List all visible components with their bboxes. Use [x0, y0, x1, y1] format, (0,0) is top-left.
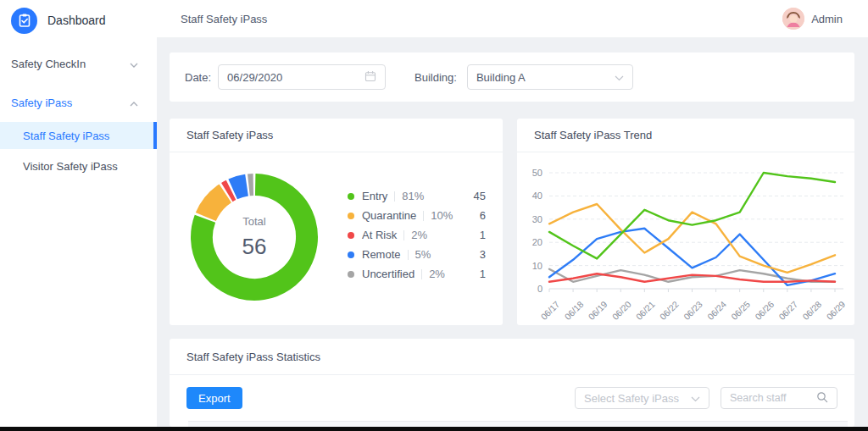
donut-center: Total 56 [170, 152, 339, 322]
legend-count: 45 [474, 190, 486, 202]
divider [408, 250, 409, 260]
topbar: Staff Safety iPass Admin [157, 0, 868, 38]
calendar-icon [364, 70, 376, 85]
date-input[interactable] [218, 64, 386, 90]
staff-safety-ipass-card: Staff Safety iPass Total 56 Entry 81% 45… [170, 119, 503, 325]
chevron-down-icon [615, 71, 624, 84]
x-axis-tick-label: 06/22 [658, 299, 681, 322]
building-label: Building: [415, 71, 457, 84]
card-title: Staff Safety iPass Trend [517, 119, 854, 152]
legend-dot [348, 251, 354, 258]
trend-line-entry [549, 173, 835, 258]
clipboard-check-logo-icon [11, 8, 37, 34]
x-axis-tick-label: 06/26 [753, 299, 776, 322]
card-title: Staff Safety iPass [170, 119, 503, 152]
safety-ipass-select[interactable]: Select Safety iPass [575, 387, 709, 409]
sidebar-item-safety-ipass[interactable]: Safety iPass [0, 86, 157, 119]
y-axis-tick-label: 50 [532, 168, 542, 178]
x-axis-tick-label: 06/24 [705, 299, 728, 322]
sidebar: Dashboard Safety CheckIn Safety iPass St… [0, 0, 157, 427]
legend-label: Quarantine [362, 209, 416, 222]
sidebar-item-safety-checkin[interactable]: Safety CheckIn [0, 47, 157, 80]
page-title: Staff Safety iPass [181, 13, 267, 25]
sidebar-item-label: Safety CheckIn [11, 58, 86, 70]
legend-dot [348, 213, 354, 219]
export-button[interactable]: Export [186, 387, 242, 409]
table-header-strip [188, 421, 848, 427]
date-label: Date: [185, 71, 211, 84]
legend-item-at-risk[interactable]: At Risk 2% 1 [348, 225, 486, 245]
legend-dot [348, 271, 354, 278]
legend-item-uncertified[interactable]: Uncertified 2% 1 [348, 264, 486, 284]
sidebar-item-label: Safety iPass [11, 97, 72, 109]
building-select-value: Building A [476, 71, 526, 84]
search-icon [816, 391, 828, 406]
app-title: Dashboard [47, 14, 106, 27]
x-axis-tick-label: 06/23 [682, 299, 704, 322]
legend-percent: 2% [411, 229, 427, 241]
trend-card: Staff Safety iPass Trend 0102030405006/1… [517, 119, 854, 325]
divider [403, 230, 404, 240]
divider [421, 269, 422, 279]
avatar [782, 8, 804, 30]
logo-row[interactable]: Dashboard [0, 0, 157, 41]
card-title: Staff Safety iPass Statistics [170, 339, 854, 375]
y-axis-tick-label: 0 [537, 284, 542, 294]
chevron-up-icon [130, 97, 138, 109]
legend-label: Entry [362, 190, 387, 202]
y-axis-tick-label: 40 [532, 191, 542, 201]
legend-item-remote[interactable]: Remote 5% 3 [348, 245, 486, 264]
chevron-down-icon [691, 392, 700, 405]
x-axis-tick-label: 06/21 [634, 299, 657, 322]
x-axis-tick-label: 06/25 [729, 299, 752, 322]
chevron-down-icon [130, 58, 138, 70]
legend-percent: 81% [402, 190, 424, 202]
bottom-edge [0, 427, 868, 431]
divider [394, 191, 395, 202]
sidebar-subitem-visitor-safety-ipass[interactable]: Visitor Safety iPass [0, 152, 157, 180]
dashboard-app: Dashboard Safety CheckIn Safety iPass St… [0, 0, 868, 431]
statistics-toolbar: Export Select Safety iPass [170, 375, 854, 421]
staff-search-field[interactable] [721, 387, 837, 409]
legend-percent: 10% [431, 209, 453, 222]
x-axis-tick-label: 06/17 [538, 299, 561, 322]
legend-count: 1 [480, 268, 486, 280]
donut-legend: Entry 81% 45 Quarantine 10% 6 At Risk [348, 186, 486, 284]
statistics-card: Staff Safety iPass Statistics Export Sel… [170, 339, 854, 427]
legend-label: Uncertified [362, 268, 415, 280]
y-axis-tick-label: 20 [532, 237, 542, 247]
main-content: Date: Building: Building A [157, 38, 868, 427]
legend-label: At Risk [362, 229, 397, 241]
date-value[interactable] [227, 71, 346, 84]
legend-percent: 2% [429, 268, 445, 280]
user-menu[interactable]: Admin [782, 8, 843, 30]
legend-percent: 5% [415, 248, 431, 261]
divider [423, 211, 424, 221]
donut-total-label: Total [242, 215, 265, 228]
legend-item-entry[interactable]: Entry 81% 45 [348, 186, 486, 206]
y-axis-tick-label: 30 [532, 214, 542, 224]
building-select[interactable]: Building A [467, 64, 633, 90]
user-name: Admin [811, 13, 843, 25]
x-axis-tick-label: 06/29 [824, 299, 847, 322]
x-axis-tick-label: 06/20 [610, 299, 633, 322]
sidebar-subitem-label: Visitor Safety iPass [23, 160, 118, 173]
x-axis-tick-label: 06/19 [587, 299, 609, 322]
sidebar-subitem-staff-safety-ipass[interactable]: Staff Safety iPass [0, 122, 157, 149]
search-input[interactable] [730, 392, 815, 404]
x-axis-tick-label: 06/28 [800, 299, 823, 322]
legend-label: Remote [362, 248, 401, 261]
y-axis-tick-label: 10 [532, 261, 542, 271]
legend-item-quarantine[interactable]: Quarantine 10% 6 [348, 206, 486, 225]
legend-dot [348, 232, 354, 239]
filter-bar: Date: Building: Building A [170, 52, 854, 102]
legend-count: 6 [480, 209, 486, 222]
sidebar-subitem-label: Staff Safety iPass [23, 130, 109, 142]
trend-chart: 0102030405006/1706/1806/1906/2006/2106/2… [517, 152, 854, 325]
x-axis-tick-label: 06/27 [776, 299, 799, 322]
legend-dot [348, 193, 354, 200]
trend-line-quarantine [549, 204, 835, 273]
legend-count: 1 [480, 229, 486, 241]
legend-count: 3 [480, 248, 486, 261]
select-placeholder: Select Safety iPass [584, 392, 679, 405]
